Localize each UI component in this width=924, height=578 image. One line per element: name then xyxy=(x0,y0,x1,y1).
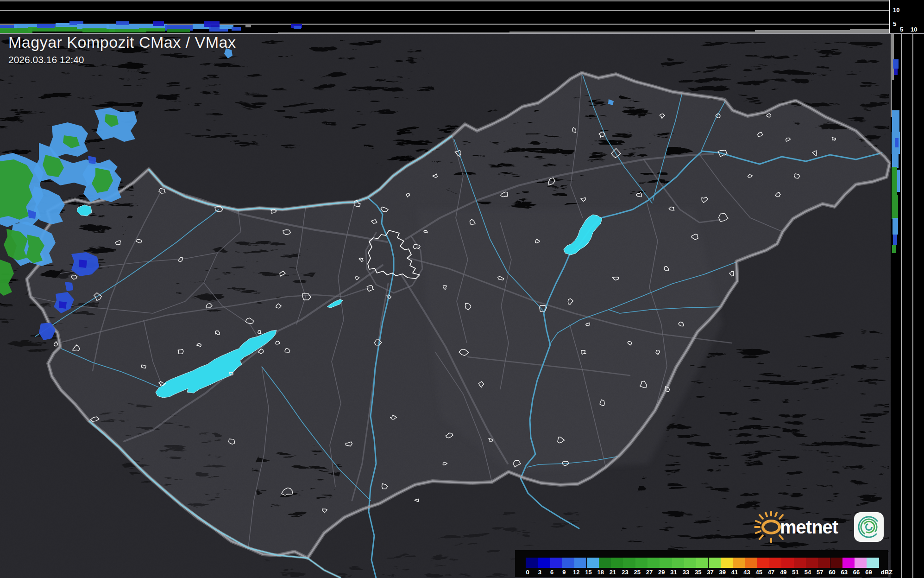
legend-cell xyxy=(818,558,830,568)
axis-corner: 10 5 5 10 xyxy=(890,0,924,33)
ns-axis-label-10km: 10 xyxy=(911,26,917,32)
legend-cell xyxy=(806,558,818,568)
legend-cell xyxy=(635,558,647,568)
height-gridlines xyxy=(0,1,889,24)
legend-tick-label: 15 xyxy=(585,569,591,575)
legend-tick-label: 25 xyxy=(634,569,640,575)
ns-cross-section-panel xyxy=(889,33,924,578)
legend-unit-label: dBZ xyxy=(881,569,893,575)
legend-cell xyxy=(781,558,793,568)
legend-cell xyxy=(733,558,745,568)
terrain-profile xyxy=(891,33,894,117)
legend-tick-label: 3 xyxy=(538,569,541,575)
legend-cell xyxy=(647,558,660,568)
metnet-logo-text: metnet xyxy=(780,517,838,537)
legend-tick-label: 23 xyxy=(622,569,628,575)
legend-tick-label: 29 xyxy=(658,569,665,575)
cross-section-echoes xyxy=(0,21,302,33)
ew-axis-label-10km: 10 xyxy=(893,7,899,13)
legend-cell xyxy=(660,558,672,568)
legend-tick-label: 69 xyxy=(865,569,872,575)
ns-axis-label-5km: 5 xyxy=(900,26,903,32)
legend-cell xyxy=(745,558,757,568)
legend-cell xyxy=(672,558,684,568)
legend-cell xyxy=(855,558,867,568)
legend-tick-label: 60 xyxy=(829,569,835,575)
height-gridlines xyxy=(902,33,913,578)
legend-cell xyxy=(769,558,781,568)
legend-tick-label: 45 xyxy=(755,569,762,575)
legend-tick-label: 47 xyxy=(768,569,774,575)
legend-tick-label: 41 xyxy=(731,569,738,575)
legend-tick-label: 66 xyxy=(853,569,860,575)
legend-tick-label: 9 xyxy=(562,569,566,575)
legend-cell xyxy=(574,558,586,568)
title-block: Magyar Kompozit CMax / VMax 2026.03.16 1… xyxy=(8,33,236,65)
ns-cross-section-plot xyxy=(889,33,924,578)
legend-tick-label: 57 xyxy=(817,569,823,575)
cross-section-echoes xyxy=(892,59,900,253)
legend-cell xyxy=(599,558,611,568)
legend-cell xyxy=(721,558,733,568)
legend-cell xyxy=(526,558,538,568)
legend-cell xyxy=(794,558,806,568)
sun-icon xyxy=(755,512,783,542)
radar-map xyxy=(0,33,891,578)
legend-tick-label: 43 xyxy=(743,569,750,575)
timestamp: 2026.03.16 12:40 xyxy=(8,54,236,65)
legend-cell xyxy=(867,558,879,568)
legend-tick-label: 6 xyxy=(550,569,553,575)
legend-tick-label: 12 xyxy=(573,569,579,575)
ew-cross-section-panel xyxy=(0,0,889,33)
legend-cell xyxy=(696,558,708,568)
page-title: Magyar Kompozit CMax / VMax xyxy=(8,33,236,51)
legend-cell xyxy=(587,558,599,568)
legend-cell xyxy=(684,558,696,568)
legend-tick-label: 39 xyxy=(719,569,726,575)
metnet-logo-graphic: metnet xyxy=(747,508,886,545)
ew-cross-section-plot xyxy=(0,0,889,33)
legend-tick-label: 18 xyxy=(597,569,604,575)
legend-tick-label: 37 xyxy=(707,569,713,575)
legend-tick-label: 49 xyxy=(780,569,786,575)
legend-tick-label: 31 xyxy=(670,569,677,575)
legend-tick-label: 51 xyxy=(792,569,798,575)
legend-tick-label: 0 xyxy=(526,569,529,575)
legend-cell xyxy=(757,558,769,568)
legend-cell xyxy=(709,558,721,568)
legend-cell xyxy=(611,558,623,568)
radar-app: 10 5 5 10 xyxy=(0,0,924,578)
legend-tick-label: 35 xyxy=(695,569,701,575)
legend-cell xyxy=(830,558,842,568)
radar-map-canvas xyxy=(0,33,891,578)
metnet-logo: metnet xyxy=(747,508,886,545)
legend-tick-label: 33 xyxy=(683,569,689,575)
legend-tick-label: 27 xyxy=(646,569,653,575)
dbz-color-legend: 0369121518212325272931333537394143454749… xyxy=(515,550,888,577)
legend-cell xyxy=(538,558,550,568)
legend-tick-label: 54 xyxy=(805,569,811,575)
ew-axis-label-5km: 5 xyxy=(893,21,896,27)
legend-cell xyxy=(842,558,855,568)
legend-tick-label: 21 xyxy=(610,569,616,575)
legend-cell xyxy=(623,558,635,568)
legend-cell xyxy=(562,558,574,568)
legend-cell xyxy=(550,558,562,568)
legend-tick-label: 63 xyxy=(841,569,848,575)
metnet-app-icon xyxy=(854,512,884,542)
